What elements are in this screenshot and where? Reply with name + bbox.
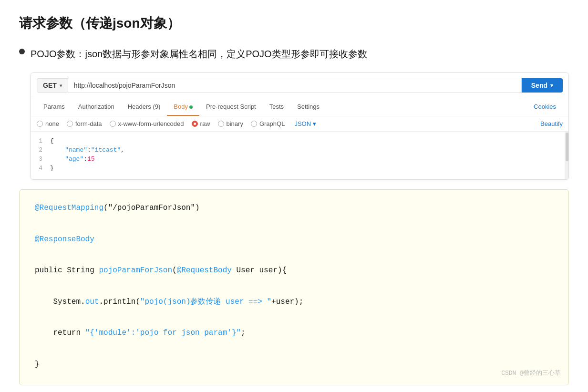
option-graphql[interactable]: GraphQL bbox=[251, 120, 285, 127]
code-blank-1 bbox=[35, 217, 553, 231]
page-title: 请求参数（传递json对象） bbox=[19, 14, 569, 32]
body-dot bbox=[189, 105, 193, 109]
code-blank-4 bbox=[35, 311, 553, 325]
bullet-dot bbox=[19, 49, 25, 54]
option-binary[interactable]: binary bbox=[218, 120, 243, 127]
json-chevron-icon: ▾ bbox=[313, 120, 316, 127]
code-blank-5 bbox=[35, 342, 553, 356]
code-line-1: 1 { bbox=[31, 136, 568, 145]
beautify-button[interactable]: Beautify bbox=[540, 120, 563, 127]
option-none[interactable]: none bbox=[37, 120, 59, 127]
tab-settings[interactable]: Settings bbox=[290, 98, 326, 116]
scrollbar-thumb bbox=[566, 133, 568, 161]
json-select[interactable]: JSON ▾ bbox=[294, 120, 316, 127]
form-data-radio[interactable] bbox=[67, 121, 73, 127]
code-body-1: System.out.println("pojo(json)参数传递 user … bbox=[35, 295, 553, 309]
code-close: } bbox=[35, 358, 553, 371]
scrollbar[interactable] bbox=[565, 132, 568, 179]
method-chevron-icon: ▾ bbox=[60, 83, 62, 88]
option-form-data[interactable]: form-data bbox=[67, 120, 102, 127]
code-line-4: 4 } bbox=[31, 164, 568, 173]
code-blank-2 bbox=[35, 248, 553, 262]
bullet-text: POJO参数：json数据与形参对象属性名相同，定义POJO类型形参即可接收参数 bbox=[31, 47, 367, 61]
code-method-sig: public String pojoParamForJson(@RequestB… bbox=[35, 264, 553, 278]
code-annotation-1: @RequestMapping("/pojoParamForJson") bbox=[35, 201, 553, 215]
url-bar: GET ▾ Send ▾ bbox=[31, 73, 568, 98]
postman-container: GET ▾ Send ▾ Params Authorization Header… bbox=[31, 72, 569, 180]
tab-params[interactable]: Params bbox=[37, 98, 72, 116]
code-line-3: 3 "age":15 bbox=[31, 155, 568, 164]
send-button[interactable]: Send ▾ bbox=[522, 78, 563, 93]
bullet-section: POJO参数：json数据与形参对象属性名相同，定义POJO类型形参即可接收参数 bbox=[19, 47, 569, 61]
postman-tabs: Params Authorization Headers (9) Body Pr… bbox=[31, 98, 568, 116]
watermark: CSDN @曾经的三心草 bbox=[501, 368, 561, 379]
urlencoded-radio[interactable] bbox=[110, 121, 116, 127]
binary-radio[interactable] bbox=[218, 121, 224, 127]
graphql-radio[interactable] bbox=[251, 121, 257, 127]
method-label: GET bbox=[43, 82, 57, 89]
option-raw[interactable]: raw bbox=[192, 120, 210, 127]
tab-pre-request[interactable]: Pre-request Script bbox=[199, 98, 263, 116]
raw-radio[interactable] bbox=[192, 121, 198, 127]
tab-headers[interactable]: Headers (9) bbox=[121, 98, 167, 116]
tab-body[interactable]: Body bbox=[167, 98, 199, 116]
code-block: @RequestMapping("/pojoParamForJson") @Re… bbox=[19, 189, 569, 385]
send-label: Send bbox=[531, 82, 547, 89]
body-options: none form-data x-www-form-urlencoded raw… bbox=[31, 116, 568, 132]
code-body-2: return "{'module':'pojo for json param'}… bbox=[35, 326, 553, 340]
none-radio[interactable] bbox=[37, 121, 43, 127]
option-urlencoded[interactable]: x-www-form-urlencoded bbox=[110, 120, 184, 127]
code-editor[interactable]: 1 { 2 "name":"itcast", 3 "age":15 4 } bbox=[31, 132, 568, 179]
method-select[interactable]: GET ▾ bbox=[37, 78, 68, 93]
send-chevron-icon: ▾ bbox=[550, 83, 553, 89]
tab-cookies[interactable]: Cookies bbox=[527, 98, 563, 116]
url-input[interactable] bbox=[68, 78, 522, 93]
code-line-2: 2 "name":"itcast", bbox=[31, 145, 568, 155]
code-blank-3 bbox=[35, 279, 553, 293]
code-annotation-2: @ResponseBody bbox=[35, 233, 553, 247]
tab-authorization[interactable]: Authorization bbox=[72, 98, 121, 116]
tab-tests[interactable]: Tests bbox=[263, 98, 290, 116]
